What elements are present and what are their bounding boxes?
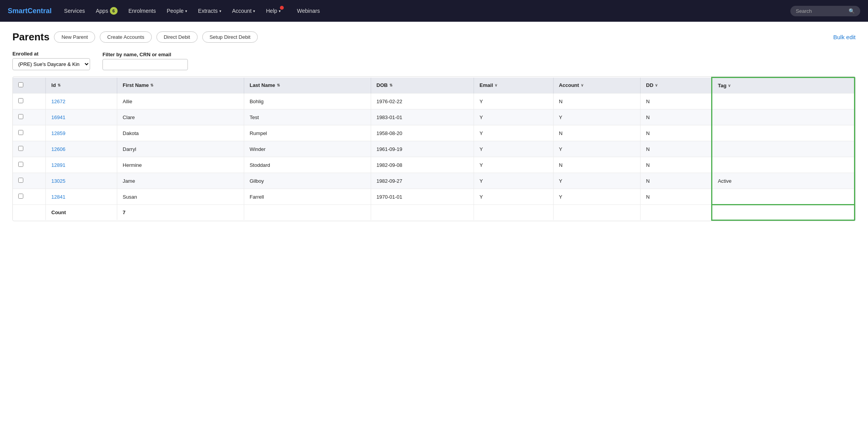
col-header-check [13,78,46,94]
id-sort[interactable]: Id ⇅ [51,82,61,88]
nav-webinars[interactable]: Webinars [292,5,325,17]
row-dob-cell: 1982-09-27 [371,173,474,189]
row-id-cell: 12606 [46,141,117,157]
tag-sort-icon: ∨ [728,83,731,88]
nav-help[interactable]: Help ▾ [261,5,291,17]
parent-id-link[interactable]: 12859 [51,130,65,136]
row-firstname-cell: Clare [117,109,244,125]
email-sort-icon: ∨ [495,83,497,87]
row-tag-cell [712,125,855,141]
brand-logo[interactable]: SmartCentral [8,7,52,15]
firstname-sort[interactable]: First Name ⇅ [123,82,153,88]
direct-debit-button[interactable]: Direct Debit [156,31,198,43]
name-filter: Filter by name, CRN or email [102,52,188,70]
row-checkbox[interactable] [18,194,23,199]
row-id-cell: 16941 [46,109,117,125]
row-id-cell: 12891 [46,157,117,173]
parent-id-link[interactable]: 16941 [51,114,65,120]
row-account-cell: N [553,125,641,141]
enrolled-at-select[interactable]: (PRE) Sue's Daycare & Kin [12,58,90,70]
parent-id-link[interactable]: 12672 [51,99,65,104]
row-lastname-cell: Rumpel [244,125,371,141]
row-checkbox[interactable] [18,178,23,183]
row-account-cell: Y [553,173,641,189]
col-header-last-name[interactable]: Last Name ⇅ [244,78,371,94]
parents-table: Id ⇅ First Name ⇅ Last Name ⇅ [13,77,855,221]
enrolled-at-filter: Enrolled at (PRE) Sue's Daycare & Kin [12,51,90,70]
row-email-cell: Y [474,125,553,141]
parent-id-link[interactable]: 12891 [51,162,65,168]
row-tag-cell [712,109,855,125]
row-checkbox[interactable] [18,114,23,119]
help-notification-dot [280,6,284,10]
people-chevron-icon: ▾ [185,9,187,13]
account-sort-icon: ∨ [581,83,583,87]
row-firstname-cell: Susan [117,189,244,205]
tag-sort[interactable]: Tag ∨ [718,83,731,88]
row-dob-cell: 1976-02-22 [371,94,474,109]
count-label-cell: Count [46,205,117,220]
row-account-cell: Y [553,141,641,157]
count-check-cell [13,205,46,220]
id-sort-icon: ⇅ [57,83,61,87]
parents-table-wrapper: Id ⇅ First Name ⇅ Last Name ⇅ [12,76,856,221]
row-checkbox[interactable] [18,146,23,151]
parent-id-link[interactable]: 12841 [51,194,65,200]
row-tag-cell [712,141,855,157]
nav-services-label: Services [64,8,85,14]
row-id-cell: 12841 [46,189,117,205]
nav-extracts[interactable]: Extracts ▾ [193,5,226,17]
apps-badge: 6 [110,7,118,15]
select-all-checkbox[interactable] [18,82,23,87]
col-header-id[interactable]: Id ⇅ [46,78,117,94]
parent-id-link[interactable]: 13025 [51,178,65,184]
account-sort[interactable]: Account ∨ [559,82,583,88]
name-filter-input[interactable] [102,59,188,70]
row-firstname-cell: Darryl [117,141,244,157]
row-dob-cell: 1970-01-01 [371,189,474,205]
row-email-cell: Y [474,94,553,109]
col-header-email[interactable]: Email ∨ [474,78,553,94]
col-header-dd[interactable]: DD ∨ [641,78,712,94]
row-checkbox[interactable] [18,98,23,103]
nav-people[interactable]: People ▾ [162,5,192,17]
row-check-cell [13,173,46,189]
row-checkbox[interactable] [18,130,23,135]
row-dob-cell: 1961-09-19 [371,141,474,157]
col-header-account[interactable]: Account ∨ [553,78,641,94]
col-header-first-name[interactable]: First Name ⇅ [117,78,244,94]
table-row: 12606 Darryl Winder 1961-09-19 Y Y N [13,141,855,157]
new-parent-button[interactable]: New Parent [54,31,95,43]
email-sort[interactable]: Email ∨ [479,82,497,88]
fname-sort-icon: ⇅ [150,83,153,87]
search-box[interactable]: 🔍 [790,6,860,16]
col-email-label: Email [479,82,493,88]
nav-account[interactable]: Account ▾ [227,5,260,17]
nav-webinars-label: Webinars [297,8,320,14]
nav-apps[interactable]: Apps 6 [91,4,122,18]
nav-account-label: Account [232,8,252,14]
col-header-tag[interactable]: Tag ∨ [712,78,855,94]
row-lastname-cell: Bohlig [244,94,371,109]
setup-direct-debit-button[interactable]: Setup Direct Debit [202,31,258,43]
row-dd-cell: N [641,157,712,173]
row-checkbox[interactable] [18,162,23,167]
create-accounts-button[interactable]: Create Accounts [100,31,151,43]
nav-enrolments[interactable]: Enrolments [124,5,161,17]
lastname-sort[interactable]: Last Name ⇅ [250,82,280,88]
table-row: 12859 Dakota Rumpel 1958-08-20 Y N N [13,125,855,141]
bulk-edit-button[interactable]: Bulk edit [833,34,856,40]
search-input[interactable] [796,8,846,14]
row-dd-cell: N [641,94,712,109]
row-email-cell: Y [474,173,553,189]
account-chevron-icon: ▾ [253,9,255,13]
extracts-chevron-icon: ▾ [219,9,221,13]
search-icon: 🔍 [849,8,855,14]
table-row: 13025 Jame Gilboy 1982-09-27 Y Y N Activ… [13,173,855,189]
parent-id-link[interactable]: 12606 [51,146,65,152]
dd-sort[interactable]: DD ∨ [646,82,658,88]
dd-sort-icon: ∨ [655,83,658,87]
dob-sort[interactable]: DOB ⇅ [377,82,392,88]
nav-services[interactable]: Services [59,5,90,17]
col-header-dob[interactable]: DOB ⇅ [371,78,474,94]
